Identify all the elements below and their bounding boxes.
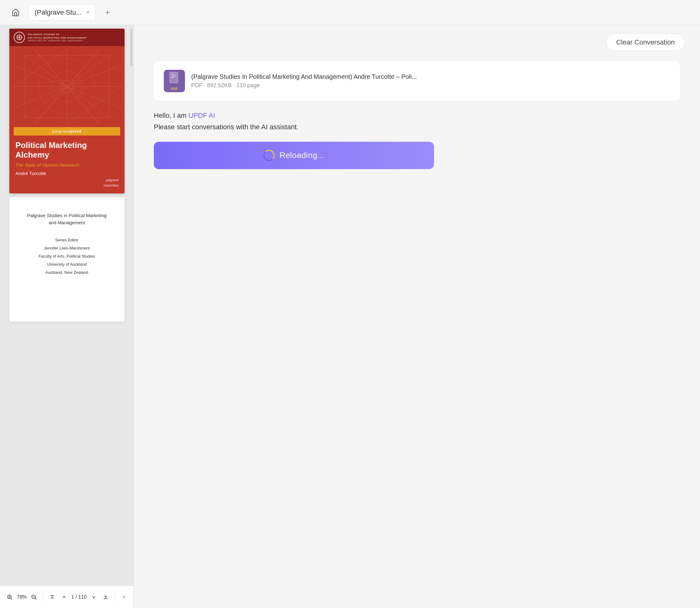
chat-panel: Clear Conversation PDF — [134, 25, 700, 608]
next-bottom-button[interactable] — [101, 591, 110, 603]
svg-line-19 — [13, 87, 67, 108]
cover-logo — [14, 32, 25, 43]
pdf-size: 892.52KB — [207, 82, 232, 89]
cover-series-info: PALGRAVE STUDIES IN POLITICAL MARKETING … — [28, 33, 87, 42]
page-indicator: 1 / 110 — [71, 594, 86, 600]
greeting-prefix: Hello, I am — [154, 112, 188, 119]
zoom-level: 78% — [17, 594, 27, 600]
pdf-info-card: PDF (Palgrave Studies In Political Marke… — [154, 61, 680, 101]
page2-editor-name: Jennifer Lees-Marshment — [39, 244, 95, 252]
reloading-button[interactable]: Reloading... — [154, 142, 434, 169]
prev-button[interactable] — [59, 591, 69, 603]
cover-series-title: PALGRAVE STUDIES IN POLITICAL MARKETING … — [28, 33, 87, 40]
reloading-text: Reloading... — [279, 150, 325, 160]
pdf-toolbar: 78% 1 — [0, 586, 134, 608]
cover-top-bar: PALGRAVE STUDIES IN POLITICAL MARKETING … — [9, 28, 124, 46]
svg-line-7 — [25, 87, 67, 118]
pdf-tab[interactable]: (Palgrave Stu... × — [28, 4, 96, 21]
pdf-file-icon: PDF — [164, 70, 185, 92]
page-separator: / — [75, 594, 77, 600]
zoom-in-button[interactable] — [5, 591, 14, 603]
divider-2 — [115, 593, 115, 602]
page2-editor-location: Auckland, New Zealand — [39, 268, 95, 277]
chat-greeting: Hello, I am UPDF AI Please start convers… — [154, 110, 680, 133]
svg-line-18 — [67, 65, 121, 87]
svg-rect-45 — [171, 77, 175, 78]
loading-spinner — [264, 150, 275, 161]
svg-line-34 — [11, 598, 12, 600]
cover-graphic — [9, 46, 124, 127]
greeting-subtext: Please start conversations with the AI a… — [154, 123, 299, 131]
add-tab-button[interactable]: + — [101, 6, 114, 19]
svg-line-17 — [13, 65, 67, 87]
pdf-icon-inner: PDF — [169, 72, 180, 91]
svg-line-6 — [67, 55, 109, 87]
page2-section-label: Series Editor — [39, 236, 95, 244]
pdf-page-white: Palgrave Studies in Political Marketing … — [9, 197, 124, 322]
pdf-page-cover: PALGRAVE STUDIES IN POLITICAL MARKETING … — [9, 28, 124, 193]
cover-bottom: Political Marketing Alchemy The State of… — [9, 135, 124, 193]
home-button[interactable] — [7, 4, 24, 21]
main-layout: PALGRAVE STUDIES IN POLITICAL MARKETING … — [0, 25, 700, 608]
top-bar: (Palgrave Stu... × + — [0, 0, 700, 25]
cover-title: Political Marketing Alchemy — [16, 140, 118, 160]
publisher-line2: macmillan — [103, 183, 119, 188]
svg-rect-43 — [171, 74, 175, 75]
cover-author: André Turcotte — [16, 171, 118, 176]
page2-section: Series Editor Jennifer Lees-Marshment Fa… — [39, 236, 95, 277]
pdf-scroll-area[interactable]: PALGRAVE STUDIES IN POLITICAL MARKETING … — [0, 25, 134, 586]
divider-1 — [43, 593, 43, 602]
reloading-container: Reloading... — [154, 142, 680, 169]
page2-title: Palgrave Studies in Political Marketing … — [27, 212, 106, 226]
pdf-info-text: (Palgrave Studies In Political Marketing… — [191, 73, 670, 89]
pdf-pages: 110 page — [236, 82, 260, 89]
zoom-value: 78% — [17, 594, 27, 600]
scroll-track[interactable] — [131, 28, 132, 66]
svg-line-29 — [13, 49, 67, 87]
spinner-arc-inner — [264, 150, 275, 161]
pdf-filename: (Palgrave Studies In Political Marketing… — [191, 73, 471, 80]
cover-pivot-text: palgravepivot — [52, 129, 82, 134]
cover-series-editor: SERIES EDITOR: JENNIFER LEES-MARSHMENT — [28, 40, 87, 42]
pdf-panel: PALGRAVE STUDIES IN POLITICAL MARKETING … — [0, 25, 134, 608]
prev-top-button[interactable] — [47, 591, 57, 603]
pdf-type-label: PDF — [171, 87, 178, 91]
svg-line-5 — [25, 55, 67, 87]
svg-rect-44 — [171, 76, 177, 76]
zoom-out-button[interactable] — [29, 591, 39, 603]
publisher-line1: palgrave — [103, 177, 119, 183]
updf-ai-link[interactable]: UPDF AI — [188, 112, 215, 119]
close-button[interactable]: × — [119, 591, 129, 603]
svg-line-30 — [67, 87, 121, 124]
pdf-type: PDF — [191, 82, 202, 89]
svg-line-38 — [35, 598, 36, 600]
pdf-separator-2: · — [233, 82, 236, 89]
tab-label: (Palgrave Stu... — [35, 8, 82, 17]
page-total: 110 — [78, 594, 86, 600]
cover-pivot-bar: palgravepivot — [14, 127, 120, 135]
tab-close-button[interactable]: × — [86, 9, 90, 16]
cover-subtitle: The State of Opinion Research — [16, 162, 118, 168]
chat-content: PDF (Palgrave Studies In Political Marke… — [134, 51, 700, 608]
chat-header: Clear Conversation — [134, 25, 700, 51]
next-button[interactable] — [89, 591, 98, 603]
svg-line-8 — [67, 87, 109, 118]
page2-editor-university: University of Auckland — [39, 260, 95, 268]
clear-conversation-button[interactable]: Clear Conversation — [606, 34, 685, 51]
cover-publisher: palgrave macmillan — [103, 177, 119, 188]
svg-line-20 — [67, 87, 121, 108]
pdf-separator-1: · — [204, 82, 207, 89]
page2-editor-faculty: Faculty of Arts, Political Studies — [39, 252, 95, 260]
page-current: 1 — [71, 594, 74, 600]
pdf-meta: PDF · 892.52KB · 110 page — [191, 82, 670, 89]
